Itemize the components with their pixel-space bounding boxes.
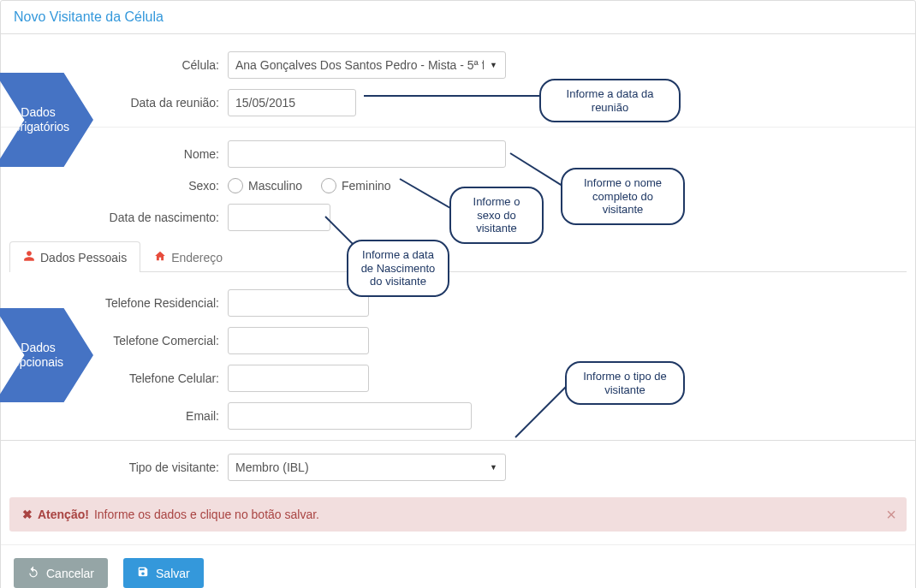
input-tel-com[interactable] (228, 327, 369, 354)
tab-dados-label: Dados Pessoais (40, 251, 127, 264)
callout-sexo: Informe o sexo do visitante (449, 187, 544, 244)
row-celula: Célula: Ana Gonçalves Dos Santos Pedro -… (1, 51, 915, 79)
row-email: Email: (1, 402, 915, 430)
user-icon (23, 250, 35, 264)
input-data-reuniao[interactable] (228, 89, 356, 116)
home-icon (154, 250, 166, 264)
radio-feminino-label: Feminino (342, 179, 391, 193)
callout-nome: Informe o nome completo do visitante (561, 168, 685, 225)
label-tipo: Tipo de visitante: (1, 460, 228, 474)
callout-connector (364, 95, 539, 97)
input-tel-cel[interactable] (228, 365, 369, 392)
alert-strong: Atenção! (38, 508, 89, 521)
footer-actions: Cancelar Salvar (1, 544, 915, 588)
row-tel-cel: Telefone Celular: (1, 365, 915, 392)
select-celula[interactable]: Ana Gonçalves Dos Santos Pedro - Mista -… (228, 51, 506, 79)
panel-body: Célula: Ana Gonçalves Dos Santos Pedro -… (1, 34, 915, 497)
cancel-label: Cancelar (46, 567, 94, 580)
select-tipo-visitante[interactable]: Membro (IBL) (228, 454, 506, 481)
callout-nascimento: Informe a data de Nascimento do visitant… (347, 240, 449, 297)
panel-title: Novo Visitante da Célula (1, 1, 915, 34)
input-nome[interactable] (228, 140, 506, 168)
alert-close-button[interactable]: × (886, 505, 896, 525)
radio-feminino[interactable]: Feminino (321, 178, 391, 193)
label-celula: Célula: (1, 58, 228, 72)
undo-icon (27, 566, 39, 580)
row-data-reuniao: Data da reunião: (1, 89, 915, 116)
tab-endereco-label: Endereço (171, 251, 223, 264)
tab-endereco[interactable]: Endereço (140, 241, 236, 272)
callout-data-reuniao: Informe a data da reunião (539, 79, 681, 122)
row-tipo: Tipo de visitante: Membro (IBL) (1, 454, 915, 481)
radio-group-sexo: Masculino Feminino (228, 178, 391, 193)
tab-dados-pessoais[interactable]: Dados Pessoais (9, 241, 140, 272)
label-email: Email: (1, 409, 228, 423)
save-button[interactable]: Salvar (123, 558, 204, 588)
alert-text: Informe os dados e clique no botão salva… (94, 508, 319, 521)
save-label: Salvar (156, 567, 190, 580)
radio-circle-icon (228, 178, 243, 193)
input-tel-res[interactable] (228, 289, 369, 317)
label-sexo: Sexo: (1, 179, 228, 193)
row-nome: Nome: (1, 140, 915, 168)
input-email[interactable] (228, 402, 472, 430)
row-tel-com: Telefone Comercial: (1, 327, 915, 354)
callout-tipo: Informe o tipo de visitante (565, 361, 685, 405)
save-icon (137, 566, 149, 580)
label-tel-res: Telefone Residencial: (1, 296, 228, 310)
radio-masculino-label: Masculino (248, 179, 302, 193)
alert-close-x-icon: ✖ (22, 508, 33, 521)
row-tel-res: Telefone Residencial: (1, 289, 915, 317)
input-nascimento[interactable] (228, 204, 330, 231)
radio-circle-icon (321, 178, 336, 193)
tabs: Dados Pessoais Endereço (9, 241, 907, 272)
cancel-button[interactable]: Cancelar (14, 558, 108, 588)
visitor-form-panel: Novo Visitante da Célula Célula: Ana Gon… (0, 0, 916, 588)
alert-warning: ✖ Atenção! Informe os dados e clique no … (9, 497, 907, 532)
radio-masculino[interactable]: Masculino (228, 178, 302, 193)
label-nascimento: Data de nascimento: (1, 211, 228, 224)
